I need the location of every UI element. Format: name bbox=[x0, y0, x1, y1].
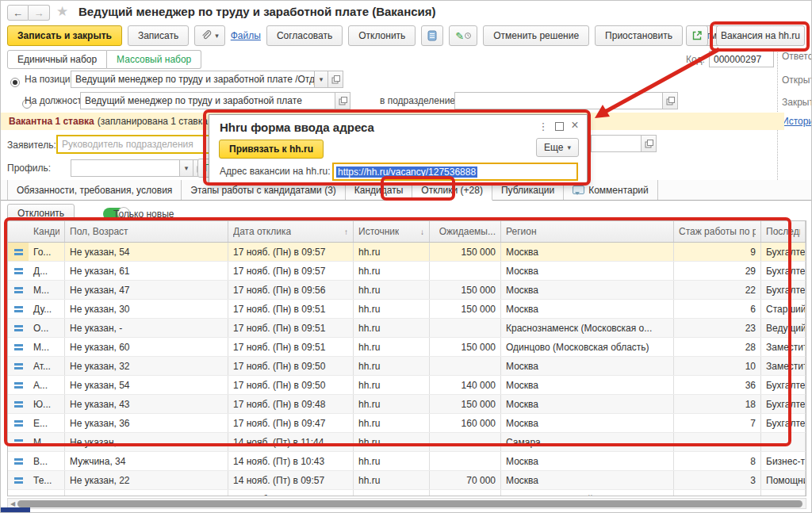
cell-name: Те... bbox=[29, 471, 65, 489]
cell-source: hh.ru bbox=[354, 452, 430, 470]
column-header[interactable]: Ожидаемы... bbox=[430, 221, 501, 242]
more-button-label: Еще bbox=[544, 142, 563, 153]
profile-dropdown-button[interactable]: ▾ bbox=[180, 159, 193, 177]
tab-duties[interactable]: Обязанности, требования, условия bbox=[7, 180, 182, 200]
table-row[interactable]: Ат...Не указан, 3217 нояб. (Пн) в 09:50h… bbox=[8, 357, 806, 376]
profile-label: Профиль: bbox=[7, 163, 51, 174]
cell-region: Москва bbox=[501, 281, 674, 299]
extra-field[interactable] bbox=[591, 135, 642, 152]
scrollbar-thumb[interactable] bbox=[17, 500, 802, 507]
profile-field[interactable] bbox=[71, 159, 180, 177]
cell-date: 17 нояб. (Пн) в 09:57 bbox=[228, 243, 354, 261]
approve-button[interactable]: Согласовать bbox=[266, 25, 343, 46]
column-header[interactable]: Пол, Возраст bbox=[65, 221, 228, 242]
column-header[interactable]: Стаж работы по резюм... bbox=[674, 221, 761, 242]
cell-expected: 150 000 bbox=[430, 338, 501, 356]
edit-schedule-button[interactable]: ✎ bbox=[449, 25, 477, 46]
table-row[interactable]: В...Мужчина, 3414 нояб. (Пт) в 10:43hh.r… bbox=[8, 452, 806, 471]
response-state-icon bbox=[14, 268, 23, 274]
table-row[interactable]: Го...Не указан, 5417 нояб. (Пн) в 09:57h… bbox=[8, 243, 806, 262]
position-dropdown-button[interactable]: ▾ bbox=[315, 71, 328, 88]
maximize-icon[interactable] bbox=[552, 120, 566, 132]
hh-address-dialog: Hhru форма ввода адреса ⋮ × Привязать к … bbox=[209, 114, 588, 184]
cell-gender: Не указан, 61 bbox=[65, 262, 228, 280]
cell-expected: 150 000 bbox=[430, 243, 501, 261]
more-button[interactable]: Еще ▾ bbox=[536, 138, 579, 157]
command-bar: Записать и закрыть Записать ▾ Файлы Согл… bbox=[7, 25, 681, 46]
position-field[interactable]: Ведущий менеджер по труду и заработной п… bbox=[71, 71, 315, 88]
job-field[interactable]: Ведущий менеджер по труду и заработной п… bbox=[80, 92, 335, 109]
mass-recruit-tab[interactable]: Массовый набор bbox=[107, 50, 201, 69]
column-header[interactable]: Дата отклика↑ bbox=[228, 221, 354, 242]
favorite-star-icon[interactable]: ★ bbox=[56, 3, 68, 20]
table-row[interactable]: М...Не указан, 4717 нояб. (Пн) в 09:56hh… bbox=[8, 281, 806, 300]
cell-experience: 29 bbox=[674, 262, 761, 280]
department-open-button[interactable] bbox=[663, 92, 678, 109]
cell-experience: 22 bbox=[674, 281, 761, 299]
open-external-button[interactable] bbox=[686, 25, 708, 46]
kebab-menu-icon[interactable]: ⋮ bbox=[536, 120, 550, 132]
table-row[interactable]: М...Не указан,14 нояб. (Пт) в 11:44hh.ru… bbox=[8, 433, 806, 452]
table-row[interactable]: ВНе указан, 4513 нояб. (Чт) в 12:16hh.ru… bbox=[8, 490, 806, 496]
sort-desc-icon: ↓ bbox=[420, 228, 424, 236]
response-state-icon bbox=[14, 287, 23, 293]
cancel-decision-button[interactable]: Отменить решение bbox=[483, 25, 589, 46]
table-row[interactable]: Д...Не указан, 6117 нояб. (Пн) в 09:57hh… bbox=[8, 262, 806, 281]
code-field[interactable]: 000000297 bbox=[709, 51, 774, 67]
position-radio-label: На позицию bbox=[25, 74, 78, 85]
response-state-icon bbox=[14, 420, 23, 427]
response-state-icon bbox=[14, 496, 23, 497]
cell-region: Москва bbox=[501, 414, 674, 432]
table-row[interactable]: Е...Не указан, 3617 нояб. (Пн) в 09:47hh… bbox=[8, 414, 806, 433]
report-icon bbox=[427, 30, 437, 41]
position-open-button[interactable] bbox=[328, 71, 343, 88]
department-field[interactable] bbox=[454, 92, 663, 109]
close-icon[interactable]: × bbox=[568, 119, 582, 132]
register-button[interactable] bbox=[421, 25, 443, 46]
taskbar-fragment bbox=[1, 507, 30, 513]
cell-gender: Не указан, 36 bbox=[65, 414, 228, 432]
cell-date: 14 нояб. (Пт) в 09:57 bbox=[228, 471, 354, 489]
response-status-cell bbox=[8, 243, 29, 261]
attach-button[interactable]: ▾ bbox=[194, 25, 225, 46]
job-open-button[interactable] bbox=[335, 92, 350, 109]
cell-last: Бухгалтер, У bbox=[761, 281, 806, 299]
save-button[interactable]: Записать bbox=[128, 25, 189, 46]
table-row[interactable]: Те...Не указан, 2214 нояб. (Пт) в 09:57h… bbox=[8, 471, 806, 490]
cell-name: Го... bbox=[29, 243, 65, 261]
table-row[interactable]: Ду...Не указан, 3017 нояб. (Пн) в 09:51h… bbox=[8, 300, 806, 319]
position-radio[interactable] bbox=[10, 78, 20, 87]
response-status-cell bbox=[8, 338, 29, 356]
save-and-close-button[interactable]: Записать и закрыть bbox=[7, 25, 122, 46]
table-row[interactable]: Ю...Не указан, 4317 нояб. (Пн) в 09:48hh… bbox=[8, 395, 806, 414]
suspend-button[interactable]: Приостановить bbox=[595, 25, 683, 46]
extra-open-button[interactable] bbox=[642, 135, 657, 152]
response-status-cell bbox=[8, 433, 29, 451]
files-link[interactable]: Файлы bbox=[231, 30, 261, 41]
column-header[interactable]: Регион bbox=[501, 221, 674, 242]
response-state-icon bbox=[14, 477, 23, 484]
table-row[interactable]: А...Не указан, 5417 нояб. (Пн) в 09:50hh… bbox=[8, 376, 806, 395]
cell-date: 17 нояб. (Пн) в 09:50 bbox=[228, 376, 354, 394]
scroll-left-icon[interactable]: ◀ bbox=[8, 500, 17, 507]
applicant-field[interactable]: Руководитель подразделения bbox=[56, 135, 224, 154]
single-recruit-tab[interactable]: Единичный набор bbox=[7, 50, 107, 69]
table-row[interactable]: М...Не указан, 6017 нояб. (Пн) в 09:51hh… bbox=[8, 338, 806, 357]
table-row[interactable]: О...Не указан, -17 нояб. (Пн) в 09:51hh.… bbox=[8, 319, 806, 338]
vacancy-hh-button[interactable]: Вакансия на hh.ru bbox=[716, 25, 805, 46]
horizontal-scrollbar[interactable]: ◀ bbox=[7, 498, 806, 509]
address-field[interactable]: https://hh.ru/vacancy/127536888 bbox=[332, 163, 578, 181]
history-link[interactable]: История bbox=[782, 116, 812, 127]
column-header[interactable]: Последнее м bbox=[761, 221, 806, 242]
column-header[interactable]: Источник↓ bbox=[354, 221, 430, 242]
back-button[interactable]: ← bbox=[7, 5, 29, 21]
cell-experience: 28 bbox=[674, 338, 761, 356]
cell-gender: Не указан, bbox=[65, 433, 228, 451]
column-header[interactable]: Канди... bbox=[29, 221, 65, 242]
response-state-icon bbox=[14, 439, 23, 446]
bind-hh-button[interactable]: Привязать к hh.ru bbox=[219, 140, 324, 159]
cell-region: Москва bbox=[501, 262, 674, 280]
cell-region: Москва bbox=[501, 471, 674, 489]
reject-button[interactable]: Отклонить bbox=[348, 25, 416, 46]
forward-button[interactable]: → bbox=[29, 5, 50, 21]
